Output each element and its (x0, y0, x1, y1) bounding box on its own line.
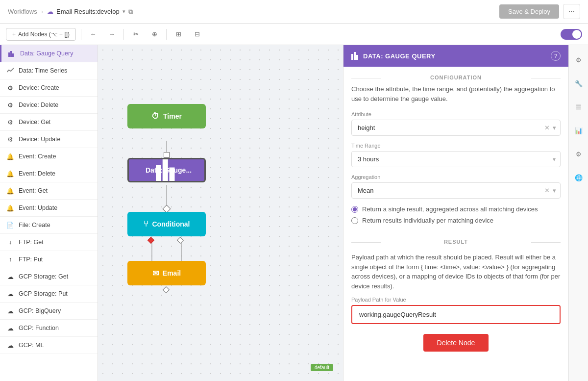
attribute-dropdown-icon[interactable]: ▾ (553, 124, 556, 131)
sidebar-item-event-delete[interactable]: 🔔 Event: Delete (0, 165, 98, 182)
layout-icon: ⊟ (195, 30, 200, 38)
right-side-icons: ⚙ 🔧 ☰ 📊 ⚙ 🌐 (568, 45, 588, 381)
radio-per-device-input[interactable] (351, 217, 358, 224)
cloud-icon: ☁ (6, 306, 15, 315)
dropdown-arrow-icon[interactable]: ▾ (122, 8, 125, 15)
gear2-icon-button[interactable]: ⚙ (572, 147, 586, 161)
conditional-icon: ⑂ (144, 220, 148, 229)
radio-single-result[interactable]: Return a single result, aggregated acros… (351, 205, 561, 213)
help-button[interactable]: ? (551, 51, 561, 61)
panel-title: DATA: GAUGE QUERY (351, 52, 436, 60)
chart-icon-button[interactable]: 📊 (572, 124, 586, 137)
aggregation-field-group: Aggregation Mean ✕ ▾ (351, 174, 561, 199)
svg-rect-11 (354, 52, 356, 60)
expand-button[interactable]: ⊞ (172, 27, 185, 41)
sidebar-item-gcp-ml[interactable]: ☁ GCP: ML (0, 337, 98, 354)
workflow-canvas: ⏱ Timer Data: Gauge... ⑂ Conditional ✉ E… (98, 45, 343, 381)
sidebar-label: FTP: Get (19, 239, 44, 246)
menu-icon: ☰ (576, 103, 582, 111)
sidebar-label: GCP Storage: Put (19, 290, 68, 297)
sidebar-label: File: Create (19, 222, 50, 229)
menu-icon-button[interactable]: ☰ (572, 100, 586, 114)
more-options-button[interactable]: ⋯ (563, 4, 580, 19)
sidebar-item-device-update[interactable]: ⚙ Device: Update (0, 131, 98, 148)
connector-cond-left (147, 237, 154, 244)
radio-single-input[interactable] (351, 206, 358, 213)
sidebar-item-device-delete[interactable]: ⚙ Device: Delete (0, 97, 98, 114)
bell-icon: 🔔 (6, 169, 15, 178)
toggle-switch[interactable] (561, 29, 582, 40)
save-deploy-button[interactable]: Save & Deploy (499, 4, 559, 19)
attribute-select[interactable]: height ✕ ▾ (351, 120, 561, 136)
attribute-clear-icon[interactable]: ✕ (544, 124, 550, 131)
payload-path-label: Payload Path for Value (351, 297, 561, 303)
zoom-button[interactable]: ⊕ (147, 27, 161, 41)
config-description: Choose the attribute, the time range, an… (351, 84, 561, 103)
sidebar-item-file-create[interactable]: 📄 File: Create (0, 217, 98, 234)
delete-node-button[interactable]: Delete Node (423, 334, 489, 352)
cut-button[interactable]: ✂ (129, 27, 143, 41)
sidebar-item-device-get[interactable]: ⚙ Device: Get (0, 114, 98, 131)
timer-node[interactable]: ⏱ Timer (127, 104, 206, 128)
forward-button[interactable]: → (105, 27, 119, 41)
bar-chart-icon (7, 49, 16, 58)
panel-header: DATA: GAUGE QUERY ? (343, 45, 568, 67)
toolbar-divider-2 (123, 29, 124, 40)
wrench-icon-button[interactable]: 🔧 (572, 76, 586, 90)
sidebar-item-event-get[interactable]: 🔔 Event: Get (0, 182, 98, 200)
gauge-node[interactable]: Data: Gauge... (127, 158, 206, 182)
add-nodes-button[interactable]: + Add Nodes (⌥ + []) (6, 28, 76, 41)
chart-icon: 📊 (575, 127, 583, 134)
gauge-header-icon (351, 52, 359, 60)
add-nodes-label: Add Nodes (⌥ + []) (18, 31, 70, 38)
breadcrumb-sep: › (41, 8, 43, 15)
sidebar-item-gcp-storage-put[interactable]: ☁ GCP Storage: Put (0, 285, 98, 303)
gear-icon: ⚙ (6, 118, 15, 127)
sidebar-item-gcp-storage-get[interactable]: ☁ GCP Storage: Get (0, 268, 98, 285)
panel-body: Choose the attribute, the time range, an… (343, 84, 568, 369)
result-description: Payload path at which the result should … (351, 253, 561, 291)
aggregation-clear-icon[interactable]: ✕ (544, 187, 550, 194)
sidebar-item-event-create[interactable]: 🔔 Event: Create (0, 148, 98, 165)
aggregation-select[interactable]: Mean ✕ ▾ (351, 182, 561, 199)
sidebar-label: Device: Delete (19, 102, 58, 108)
payload-path-input[interactable] (353, 307, 559, 322)
sidebar-item-event-update[interactable]: 🔔 Event: Update (0, 200, 98, 217)
email-node[interactable]: ✉ Email (127, 261, 206, 285)
sidebar-item-ftp-put[interactable]: ↑ FTP: Put (0, 251, 98, 268)
radio-single-label: Return a single result, aggregated acros… (362, 205, 538, 213)
radio-per-device[interactable]: Return results individually per matching… (351, 217, 561, 224)
email-icon: ✉ (152, 269, 159, 278)
sidebar-label: GCP: ML (19, 342, 44, 349)
sidebar-item-gcp-bigquery[interactable]: ☁ GCP: BigQuery (0, 303, 98, 320)
time-range-select[interactable]: 3 hours 1 hour 6 hours 12 hours 24 hours (351, 151, 561, 167)
time-range-arrow-icon: ▾ (553, 156, 556, 163)
conditional-node[interactable]: ⑂ Conditional (127, 212, 206, 236)
back-button[interactable]: ← (86, 27, 100, 41)
sidebar-item-data-time-series[interactable]: Data: Time Series (0, 62, 98, 79)
gear-icon: ⚙ (6, 83, 15, 92)
globe-icon-button[interactable]: 🌐 (572, 171, 586, 184)
copy-icon[interactable]: ⧉ (128, 8, 133, 16)
cloud-icon: ☁ (6, 289, 15, 298)
sidebar-label: Event: Delete (19, 170, 55, 177)
svg-rect-2 (12, 53, 14, 57)
right-panel: DATA: GAUGE QUERY ? CONFIGURATION Choose… (343, 45, 568, 381)
zoom-icon: ⊕ (152, 30, 157, 38)
breadcrumb-workflows[interactable]: Workflows (8, 8, 37, 15)
svg-rect-12 (356, 55, 358, 60)
settings-icon-button[interactable]: ⚙ (572, 53, 586, 67)
bell-icon: 🔔 (6, 186, 15, 195)
sidebar-item-gcp-function[interactable]: ☁ GCP: Function (0, 320, 98, 337)
gauge-label: Data: Gauge... (146, 166, 192, 174)
timer-icon: ⏱ (151, 112, 159, 121)
sidebar-item-data-gauge-query[interactable]: Data: Gauge Query (0, 45, 98, 62)
aggregation-dropdown-icon[interactable]: ▾ (553, 187, 556, 194)
sidebar-item-ftp-get[interactable]: ↓ FTP: Get (0, 234, 98, 251)
sidebar-item-device-create[interactable]: ⚙ Device: Create (0, 79, 98, 97)
toggle-dot (572, 30, 581, 39)
connector-timer-gauge (164, 152, 170, 158)
topbar-left: Workflows › ☁ Email Results:develop ▾ ⧉ (8, 8, 133, 16)
toolbar-divider-3 (166, 29, 167, 40)
layout-button[interactable]: ⊟ (190, 27, 204, 41)
